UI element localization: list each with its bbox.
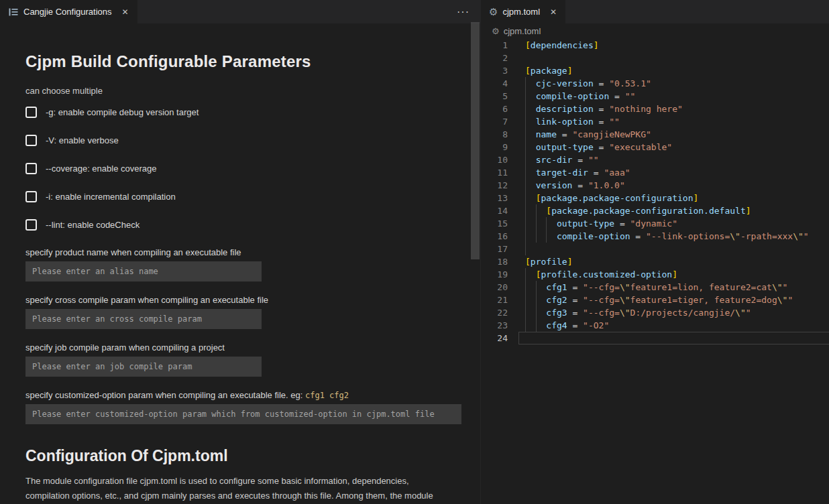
tab-label: Cangjie Configurations [23, 7, 112, 17]
code-line: 19 [profile.customized-option] [481, 268, 829, 281]
code-line-current: 24 [481, 332, 829, 344]
checkbox-coverage[interactable] [25, 163, 37, 174]
code-line: 6 description = "nothing here" [481, 103, 829, 115]
tab-cangjie-configurations[interactable]: Cangjie Configurations ✕ [0, 0, 137, 23]
code-line: 13 [package.package-configuration] [481, 192, 829, 204]
indent-guide [536, 217, 537, 230]
line-content: cfg3 = "--cfg=\"D:/projects/cangjie/\"" [518, 306, 829, 319]
code-token: = [630, 231, 646, 241]
code-token: \" [730, 231, 740, 241]
section-title: Configuration Of Cjpm.toml [25, 447, 480, 465]
indent-guide [536, 319, 537, 332]
code-token: "--cfg= [583, 295, 620, 305]
checkbox-V[interactable] [25, 135, 37, 146]
line-content: description = "nothing here" [518, 103, 829, 115]
code-token: [ [546, 206, 551, 216]
indent-guide [525, 319, 526, 332]
close-icon[interactable]: ✕ [548, 7, 559, 17]
indent-guide [525, 230, 526, 243]
breadcrumb[interactable]: ⚙ cjpm.toml [481, 23, 829, 38]
field-label: specify cross compile param when compili… [25, 295, 480, 305]
code-token: profile.customized-option [541, 269, 672, 279]
checkbox-row: -V: enable verbose [25, 135, 480, 146]
indent-guide [525, 90, 526, 103]
checkbox-label: --lint: enable codeCheck [46, 220, 140, 230]
inline-code: cfg1 cfg2 [305, 391, 349, 400]
code-token: = [572, 180, 588, 190]
code-token: [ [525, 66, 531, 76]
description-paragraph: The module configuration file cjpm.toml … [25, 474, 480, 504]
code-token: ] [672, 269, 677, 279]
indent-guide [525, 141, 526, 153]
code-token: \" [777, 295, 788, 305]
page-title: Cjpm Build Configurable Parameters [25, 52, 480, 71]
line-number: 18 [481, 255, 508, 268]
line-content: [profile] [518, 255, 829, 268]
code-line: 20 cfg1 = "--cfg=\"feature1=lion, featur… [481, 281, 829, 294]
checkbox-lint[interactable] [25, 219, 37, 231]
code-token: = [609, 91, 624, 101]
line-number: 4 [481, 77, 508, 90]
cross-compile-param-input[interactable] [25, 309, 262, 329]
code-token: = [572, 155, 588, 165]
close-icon[interactable]: ✕ [120, 7, 131, 17]
left-editor-group: Cangjie Configurations ✕ ··· Cjpm Build … [0, 0, 480, 504]
tab-cjpm-toml[interactable]: ⚙ cjpm.toml ✕ [481, 0, 565, 23]
code-area[interactable]: 1[dependencies]23[package]4 cjc-version … [481, 38, 829, 504]
job-compile-param-input[interactable] [25, 357, 262, 377]
line-content: cfg1 = "--cfg=\"feature1=lion, feature2=… [518, 281, 829, 294]
code-token: "" [609, 117, 620, 127]
line-number: 8 [481, 128, 508, 141]
paragraph-line: The module configuration file cjpm.toml … [25, 474, 480, 489]
indent-guide [536, 306, 537, 319]
line-content: output-type = "executable" [518, 141, 829, 153]
code-line: 2 [481, 52, 829, 64]
left-tab-bar: Cangjie Configurations ✕ ··· [0, 0, 480, 23]
line-number: 12 [481, 179, 508, 192]
line-number: 1 [481, 39, 508, 52]
scrollbar-thumb[interactable] [471, 22, 480, 259]
code-line: 21 cfg2 = "--cfg=\"feature1=tiger, featu… [481, 294, 829, 306]
checkbox-g[interactable] [25, 107, 37, 118]
field-group: specify customized-option param when com… [25, 390, 480, 424]
checkbox-row: --lint: enable codeCheck [25, 219, 480, 231]
more-actions-icon[interactable]: ··· [446, 6, 480, 18]
line-content: version = "1.0.0" [518, 179, 829, 192]
line-number: 7 [481, 115, 508, 128]
code-token: ] [594, 40, 599, 50]
field-label: specify product name when compiling an e… [25, 247, 480, 257]
line-content [518, 52, 829, 64]
code-token: = [588, 168, 604, 178]
checkbox-row: -g: enable compile debug version target [25, 107, 480, 118]
indent-guide [546, 230, 547, 243]
line-content: [dependencies] [518, 39, 829, 52]
line-content: cjc-version = "0.53.1" [518, 77, 829, 90]
line-content: [package.package-configuration] [518, 192, 829, 204]
field-label: specify customized-option param when com… [25, 390, 480, 400]
code-line: 7 link-option = "" [481, 115, 829, 128]
line-number: 24 [481, 332, 508, 344]
code-line: 11 target-dir = "aaa" [481, 166, 829, 179]
checkbox-row: --coverage: enable coverage [25, 163, 480, 174]
customized-option-param-input[interactable] [25, 404, 461, 424]
subtitle-text: can choose multiple [25, 86, 480, 96]
code-token: ] [567, 257, 573, 267]
code-line: 3[package] [481, 64, 829, 77]
code-token: = [594, 78, 609, 88]
code-token: output-type [536, 142, 594, 152]
product-name-input[interactable] [25, 261, 262, 281]
line-number: 13 [481, 192, 508, 204]
code-token: profile [531, 257, 567, 267]
code-token: = [567, 320, 583, 330]
code-token: "0.53.1" [609, 78, 651, 88]
indent-guide [546, 217, 547, 230]
line-content: [package] [518, 64, 829, 77]
code-token: package [531, 66, 567, 76]
code-token: cfg1 [546, 282, 567, 292]
gear-icon: ⚙ [492, 27, 500, 36]
code-token: compile-option [536, 91, 610, 101]
code-line: 15 output-type = "dynamic" [481, 217, 829, 230]
indent-guide [525, 294, 526, 306]
code-token: "--link-options= [646, 231, 730, 241]
checkbox-i[interactable] [25, 191, 37, 202]
